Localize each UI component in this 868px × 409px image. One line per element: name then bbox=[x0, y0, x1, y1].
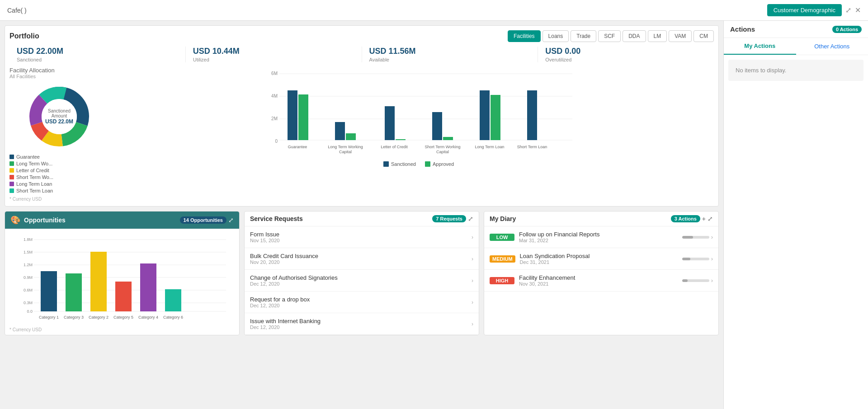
diary-chevron-1: › bbox=[711, 255, 713, 262]
tab-other-actions[interactable]: Other Actions bbox=[796, 38, 868, 55]
portfolio-card: Portfolio Facilities Loans Trade SCF DDA… bbox=[5, 25, 719, 207]
priority-badge-2: HIGH bbox=[490, 277, 514, 284]
bottom-row: 🎨 Opportunities 14 Opportunities ⤢ 1.8M … bbox=[5, 211, 719, 335]
sr-expand-button[interactable]: ⤢ bbox=[468, 215, 473, 222]
sr-chevron-3: › bbox=[472, 299, 473, 306]
overutilized-label: Overutilized bbox=[545, 57, 707, 62]
svg-text:Guarantee: Guarantee bbox=[288, 145, 307, 149]
sr-item-2[interactable]: Change of Authorised Signatories Dec 12,… bbox=[245, 270, 479, 291]
legend-box-approved bbox=[425, 161, 430, 167]
donut-area: Facility Allocation All Facilities bbox=[9, 67, 109, 195]
sr-badge: 7 Requests bbox=[432, 215, 466, 222]
sr-item-3[interactable]: Request for a drop box Dec 12, 2020 › bbox=[245, 291, 479, 313]
my-diary-card: My Diary 3 Actions + ⤢ LOW Follow up on … bbox=[484, 211, 719, 335]
svg-rect-15 bbox=[288, 90, 297, 140]
progress-bar-2 bbox=[682, 279, 709, 282]
legend-stl: Short Term Loan bbox=[9, 188, 109, 193]
sr-item-4[interactable]: Issue with Internet Banking Dec 12, 2020… bbox=[245, 313, 479, 335]
svg-text:Category 1: Category 1 bbox=[39, 315, 59, 320]
legend-box-sanctioned bbox=[383, 161, 389, 167]
sr-item-1[interactable]: Bulk Credit Card Issuance Nov 20, 2020 › bbox=[245, 248, 479, 270]
tab-trade[interactable]: Trade bbox=[571, 30, 596, 42]
utilized-amount: USD 10.44M bbox=[193, 47, 354, 56]
svg-text:1.5M: 1.5M bbox=[24, 250, 33, 254]
facility-bar-chart: 6M 4M 2M 0 bbox=[123, 67, 714, 157]
sr-actions: 7 Requests ⤢ bbox=[432, 215, 473, 222]
tab-vam[interactable]: VAM bbox=[669, 30, 692, 42]
legend-ltw: Long Term Wo... bbox=[9, 161, 109, 166]
svg-rect-23 bbox=[480, 90, 490, 140]
sanctioned-label: Sanctioned bbox=[17, 57, 178, 62]
tab-scf[interactable]: SCF bbox=[598, 30, 621, 42]
diary-item-0: LOW Follow up on Financial Reports Mar 3… bbox=[484, 226, 718, 248]
progress-bar-1 bbox=[682, 258, 709, 260]
customer-demographic-button[interactable]: Customer Demographic bbox=[767, 4, 842, 16]
svg-rect-16 bbox=[298, 94, 308, 140]
opportunities-chart: 1.8M 1.5M 1.2M 0.9M 0.6M 0.3M 0.0 bbox=[5, 229, 239, 332]
tab-loans[interactable]: Loans bbox=[542, 30, 569, 42]
facility-section: Facility Allocation All Facilities bbox=[9, 67, 714, 195]
stat-sanctioned: USD 22.00M Sanctioned bbox=[9, 47, 186, 62]
svg-rect-56 bbox=[140, 263, 156, 311]
tab-lm[interactable]: LM bbox=[648, 30, 667, 42]
diary-add-button[interactable]: + bbox=[702, 215, 706, 222]
svg-text:0.3M: 0.3M bbox=[24, 301, 33, 305]
svg-text:Short Term Working: Short Term Working bbox=[425, 145, 460, 149]
close-icon[interactable]: ✕ bbox=[855, 6, 861, 14]
resize-icon[interactable]: ⤢ bbox=[845, 6, 851, 14]
legend-dot-stl bbox=[9, 188, 14, 193]
svg-rect-25 bbox=[527, 90, 537, 140]
service-requests-title: Service Requests bbox=[250, 215, 303, 222]
right-panel: Actions 0 Actions My Actions Other Actio… bbox=[723, 21, 868, 409]
diary-badge: 3 Actions bbox=[671, 215, 700, 222]
svg-text:Capital: Capital bbox=[436, 150, 449, 154]
sr-chevron-4: › bbox=[472, 321, 473, 327]
opportunities-expand-button[interactable]: ⤢ bbox=[228, 216, 234, 224]
tab-my-actions[interactable]: My Actions bbox=[724, 38, 796, 55]
svg-text:0.0: 0.0 bbox=[27, 309, 33, 314]
svg-text:6M: 6M bbox=[271, 71, 278, 76]
legend-dot-ltl bbox=[9, 182, 14, 186]
portfolio-header: Portfolio Facilities Loans Trade SCF DDA… bbox=[9, 30, 714, 42]
tab-cm[interactable]: CM bbox=[693, 30, 714, 42]
svg-rect-58 bbox=[165, 289, 181, 311]
svg-text:Category 3: Category 3 bbox=[64, 315, 84, 320]
svg-rect-17 bbox=[335, 122, 345, 140]
svg-rect-54 bbox=[115, 282, 132, 311]
svg-text:1.8M: 1.8M bbox=[24, 237, 33, 242]
svg-rect-22 bbox=[443, 137, 453, 140]
opportunities-title: Opportunities bbox=[24, 216, 66, 224]
service-requests-header: Service Requests 7 Requests ⤢ bbox=[245, 212, 479, 226]
facility-sublabel: All Facilities bbox=[9, 74, 109, 79]
diary-actions: 3 Actions + ⤢ bbox=[671, 215, 713, 222]
sr-chevron-2: › bbox=[472, 277, 473, 284]
diary-chevron-2: › bbox=[711, 277, 713, 284]
currency-note: * Currency USD bbox=[9, 197, 714, 202]
svg-text:Capital: Capital bbox=[339, 150, 352, 154]
priority-badge-1: MEDIUM bbox=[490, 255, 515, 263]
diary-expand-button[interactable]: ⤢ bbox=[708, 215, 713, 222]
legend-dot-stw bbox=[9, 175, 14, 179]
svg-text:0.9M: 0.9M bbox=[24, 275, 33, 280]
tab-bar: Facilities Loans Trade SCF DDA LM VAM CM bbox=[508, 30, 714, 42]
tab-facilities[interactable]: Facilities bbox=[508, 30, 541, 42]
svg-rect-20 bbox=[396, 139, 406, 140]
diary-item-2: HIGH Facility Enhancement Nov 30, 2021 › bbox=[484, 270, 718, 291]
service-requests-card: Service Requests 7 Requests ⤢ Form Issue… bbox=[244, 211, 479, 335]
svg-rect-48 bbox=[41, 271, 57, 311]
available-label: Available bbox=[369, 57, 531, 62]
diary-title: My Diary bbox=[490, 215, 516, 222]
no-items-message: No items to display. bbox=[728, 60, 863, 81]
top-bar-right: Customer Demographic ⤢ ✕ bbox=[767, 4, 861, 16]
legend-loc: Letter of Credit bbox=[9, 168, 109, 173]
sanctioned-amount: USD 22.00M bbox=[17, 47, 178, 56]
sr-item-0[interactable]: Form Issue Nov 15, 2020 › bbox=[245, 226, 479, 248]
sr-chevron-0: › bbox=[472, 234, 473, 240]
tab-dda[interactable]: DDA bbox=[623, 30, 646, 42]
portfolio-title: Portfolio bbox=[9, 32, 39, 40]
legend-dot-loc bbox=[9, 168, 14, 173]
svg-text:Category 5: Category 5 bbox=[113, 315, 133, 320]
bar-chart-area: 6M 4M 2M 0 bbox=[123, 67, 714, 195]
stat-utilized: USD 10.44M Utilized bbox=[186, 47, 362, 62]
sr-chevron-1: › bbox=[472, 256, 473, 262]
